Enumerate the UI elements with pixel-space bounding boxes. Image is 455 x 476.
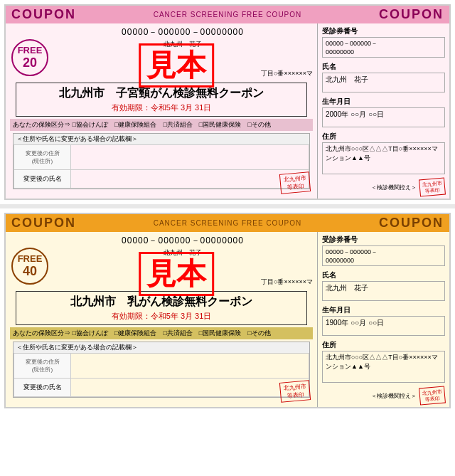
field-value-name-orange: 北九州 花子 bbox=[322, 281, 445, 301]
field-label-name-pink: 氏名 bbox=[322, 62, 445, 72]
address-change-note-pink: ＜住所や氏名に変更がある場合の記載欄＞ bbox=[14, 134, 309, 144]
validity-orange: 有効期限：令和5年 3月 31日 bbox=[21, 311, 302, 322]
field-label-receipt-orange: 受診券番号 bbox=[322, 235, 445, 245]
field-label-address-pink: 住所 bbox=[322, 132, 445, 142]
right-stamp-row-orange: ＜検診機関控え＞ 北九州市等表印 bbox=[322, 387, 445, 404]
address-row-value-orange[interactable] bbox=[71, 354, 309, 379]
coupon-label-left-pink: COUPON bbox=[11, 7, 76, 22]
right-stamp-pink: 北九州市等表印 bbox=[419, 177, 446, 196]
free-text-orange: FREE bbox=[18, 253, 43, 264]
field-receipt-number-pink: 受診券番号 00000－000000－ 00000000 bbox=[322, 26, 445, 58]
name-row-label-pink: 変更後の氏名 bbox=[14, 170, 71, 189]
address-change-table-pink: 変更後の住所 (現住所) 変更後の氏名 bbox=[14, 144, 309, 189]
field-label-name-orange: 氏名 bbox=[322, 270, 445, 280]
institution-note-pink: ＜検診機関控え＞ bbox=[371, 184, 417, 191]
validity-pink: 有効期限：令和5年 3月 31日 bbox=[21, 102, 302, 113]
table-row: 変更後の住所 (現住所) bbox=[14, 145, 309, 170]
field-dob-orange: 生年月日 1900年 ○○月 ○○日 bbox=[322, 305, 445, 336]
insurance-label-pink: あなたの保険区分⇒ bbox=[13, 121, 70, 128]
coupon-label-left-orange: COUPON bbox=[11, 216, 76, 231]
insurance-label-orange: あなたの保険区分⇒ bbox=[13, 329, 70, 337]
address-row-label-pink: 変更後の住所 (現住所) bbox=[14, 145, 71, 170]
field-value-dob-orange: 1900年 ○○月 ○○日 bbox=[322, 316, 445, 336]
coupon-header-orange: COUPON CANCER SCREENING FREE COUPON COUP… bbox=[6, 214, 449, 232]
field-value-receipt-pink: 00000－000000－ 00000000 bbox=[322, 37, 445, 58]
coupon-center-title-pink: CANCER SCREENING FREE COUPON bbox=[154, 11, 302, 18]
field-label-dob-orange: 生年月日 bbox=[322, 305, 445, 315]
address-row-label-orange: 変更後の住所 (現住所) bbox=[14, 354, 71, 379]
institution-note-orange: ＜検診機関控え＞ bbox=[371, 392, 417, 400]
stamp-box-pink: 北九州市等表印 bbox=[279, 171, 311, 194]
free-text-pink: FREE bbox=[18, 45, 43, 55]
coupon-orange: COUPON CANCER SCREENING FREE COUPON COUP… bbox=[4, 213, 451, 408]
coupon-right-orange: 受診券番号 00000－000000－ 00000000 氏名 北九州 花子 生… bbox=[318, 232, 449, 407]
coupon-label-right-pink: COUPON bbox=[379, 7, 444, 22]
coupon-title-box-orange: 北九州市 乳がん検診無料クーポン 有効期限：令和5年 3月 31日 bbox=[16, 291, 307, 325]
field-name-pink: 氏名 北九州 花子 bbox=[322, 62, 445, 92]
address-change-table-orange: 変更後の住所 (現住所) 変更後の氏名 bbox=[14, 353, 309, 397]
coupon-number-pink: 00000－000000－00000000 bbox=[53, 26, 313, 38]
field-label-receipt-pink: 受診券番号 bbox=[322, 26, 445, 36]
field-value-dob-pink: 2000年 ○○月 ○○日 bbox=[322, 107, 445, 127]
name-row-value-orange[interactable] bbox=[71, 379, 309, 397]
free-number-orange: 40 bbox=[23, 264, 37, 279]
coupon-left-orange: FREE 40 00000－000000－00000000 北九州 花子 見本 … bbox=[6, 232, 318, 407]
free-number-pink: 20 bbox=[23, 55, 37, 70]
coupon-label-right-orange: COUPON bbox=[379, 216, 444, 231]
insurance-row-orange: あなたの保険区分⇒ □協会けんぽ □健康保険組合 □共済組合 □国民健康保険 □… bbox=[10, 327, 313, 339]
name-row-value-pink[interactable] bbox=[71, 170, 309, 189]
table-row: 変更後の住所 (現住所) bbox=[14, 354, 309, 379]
field-name-orange: 氏名 北九州 花子 bbox=[322, 270, 445, 301]
stamp-box-orange: 北九州市等表印 bbox=[279, 381, 311, 403]
name-row-label-orange: 変更後の氏名 bbox=[14, 379, 71, 397]
coupon-body-orange: FREE 40 00000－000000－00000000 北九州 花子 見本 … bbox=[6, 232, 449, 407]
main-title-pink: 北九州市 子宮頸がん検診無料クーポン bbox=[21, 86, 302, 101]
table-row: 変更後の氏名 bbox=[14, 379, 309, 397]
field-dob-pink: 生年月日 2000年 ○○月 ○○日 bbox=[322, 97, 445, 127]
field-value-receipt-orange: 00000－000000－ 00000000 bbox=[322, 245, 445, 266]
field-value-name-pink: 北九州 花子 bbox=[322, 73, 445, 92]
table-row: 変更後の氏名 bbox=[14, 170, 309, 189]
address-change-section-pink: ＜住所や氏名に変更がある場合の記載欄＞ 変更後の住所 (現住所) 変更後の氏名 bbox=[13, 133, 310, 189]
coupon-body-pink: FREE 20 00000－000000－00000000 北九州 花子 見本 … bbox=[6, 23, 449, 199]
coupon-pink: COUPON CANCER SCREENING FREE COUPON COUP… bbox=[4, 4, 451, 200]
field-label-address-orange: 住所 bbox=[322, 340, 445, 350]
field-address-pink: 住所 北九州市○○○区△△△T目○番××××××マンション▲▲号 bbox=[322, 132, 445, 174]
coupon-title-box-pink: 北九州市 子宮頸がん検診無料クーポン 有効期限：令和5年 3月 31日 bbox=[16, 83, 307, 117]
mihon-orange: 見本 bbox=[139, 252, 214, 296]
field-value-address-pink: 北九州市○○○区△△△T目○番××××××マンション▲▲号 bbox=[322, 142, 445, 174]
coupon-header-pink: COUPON CANCER SCREENING FREE COUPON COUP… bbox=[6, 6, 449, 23]
field-value-address-orange: 北九州市○○○区△△△T目○番××××××マンション▲▲号 bbox=[322, 351, 445, 383]
insurance-options-orange: □協会けんぽ □健康保険組合 □共済組合 □国民健康保険 □その他 bbox=[73, 329, 271, 337]
free-circle-pink: FREE 20 bbox=[11, 39, 48, 76]
field-receipt-number-orange: 受診券番号 00000－000000－ 00000000 bbox=[322, 235, 445, 266]
right-stamp-row-pink: ＜検診機関控え＞ 北九州市等表印 bbox=[322, 179, 445, 196]
insurance-row-pink: あなたの保険区分⇒ □協会けんぽ □健康保険組合 □共済組合 □国民健康保険 □… bbox=[10, 119, 313, 131]
field-label-dob-pink: 生年月日 bbox=[322, 97, 445, 107]
address-row-value-pink[interactable] bbox=[71, 145, 309, 170]
coupon-number-orange: 00000－000000－00000000 bbox=[53, 235, 313, 247]
address-change-section-orange: ＜住所や氏名に変更がある場合の記載欄＞ 変更後の住所 (現住所) 変更後の氏名 bbox=[13, 342, 310, 398]
coupon-right-pink: 受診券番号 00000－000000－ 00000000 氏名 北九州 花子 生… bbox=[318, 23, 449, 199]
mihon-pink: 見本 bbox=[139, 43, 214, 88]
free-circle-orange: FREE 40 bbox=[11, 248, 48, 285]
field-address-orange: 住所 北九州市○○○区△△△T目○番××××××マンション▲▲号 bbox=[322, 340, 445, 383]
coupon-left-pink: FREE 20 00000－000000－00000000 北九州 花子 見本 … bbox=[6, 23, 318, 199]
address-change-note-orange: ＜住所や氏名に変更がある場合の記載欄＞ bbox=[14, 342, 309, 353]
main-title-orange: 北九州市 乳がん検診無料クーポン bbox=[21, 295, 302, 310]
insurance-options-pink: □協会けんぽ □健康保険組合 □共済組合 □国民健康保険 □その他 bbox=[73, 121, 271, 128]
coupon-center-title-orange: CANCER SCREENING FREE COUPON bbox=[154, 219, 302, 227]
right-stamp-orange: 北九州市等表印 bbox=[419, 386, 446, 406]
